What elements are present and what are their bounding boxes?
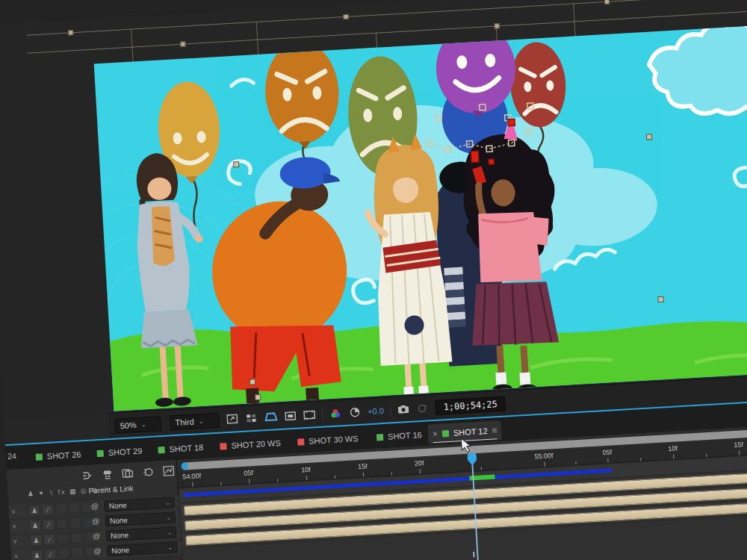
parent-dropdown[interactable]: None⌄ [105, 511, 176, 526]
collapse-chevron-icon[interactable]: ∨ [13, 553, 18, 559]
snapshot-camera-icon[interactable] [396, 402, 410, 415]
after-effects-window: 50% ⌄ Third ⌄ +0.0 [0, 0, 747, 560]
comp-color-swatch [96, 449, 104, 457]
mouse-cursor [459, 437, 474, 454]
quality-switch[interactable]: ∕ [42, 504, 55, 516]
playhead[interactable] [467, 453, 478, 466]
resolution-value: Third [175, 417, 194, 426]
comp-color-swatch [36, 453, 43, 461]
pickwhip-icon[interactable]: @ [93, 547, 102, 556]
parent-dropdown[interactable]: None⌄ [104, 497, 175, 511]
fx-switch[interactable] [55, 503, 68, 515]
panel-menu-icon[interactable]: ≡ [492, 425, 497, 435]
ruler-tick-label: 10f [301, 466, 311, 474]
ruler-tick-label: 55:00f [534, 452, 554, 460]
ruler-tick-label: 15f [358, 462, 368, 470]
transparency-grid-icon[interactable] [244, 411, 258, 424]
ruler-tick-label: 10f [668, 444, 678, 452]
color-management-icon[interactable] [329, 407, 343, 420]
composition-artwork [94, 21, 747, 411]
shy-layers-icon[interactable] [102, 469, 113, 480]
ruler-tick-label: 05f [244, 469, 253, 477]
selection-handle[interactable] [180, 41, 185, 46]
shy-switch[interactable]: ♟ [30, 535, 43, 547]
collapse-chevron-icon[interactable]: ∨ [12, 523, 16, 530]
tab-shot-26[interactable]: SHOT 26 [31, 444, 86, 467]
comp-color-swatch [297, 438, 305, 446]
pickwhip-icon[interactable]: @ [92, 517, 100, 526]
tab-label: SHOT 20 WS [231, 438, 281, 450]
selection-handle[interactable] [343, 14, 348, 19]
tab-shot-16[interactable]: SHOT 16 [371, 425, 427, 447]
photographed-monitor: 50% ⌄ Third ⌄ +0.0 [0, 0, 747, 560]
fx-switch[interactable] [58, 547, 70, 559]
magnification-value: 50% [120, 420, 137, 430]
view-layout-icon[interactable] [225, 413, 239, 426]
quality-switch[interactable]: ∕ [43, 519, 55, 531]
mask-visibility-icon[interactable] [264, 411, 278, 423]
pickwhip-icon[interactable]: @ [93, 532, 101, 541]
graph-editor-icon[interactable] [163, 465, 175, 476]
close-icon[interactable]: × [433, 429, 438, 439]
shy-switch[interactable]: ♟ [31, 550, 43, 560]
blur-switch[interactable] [68, 503, 81, 514]
toolbar-divider [322, 407, 323, 420]
parent-dropdown[interactable]: None⌄ [106, 526, 177, 541]
blur-switch[interactable] [70, 532, 83, 544]
mini-flowchart-icon[interactable] [81, 470, 93, 482]
cloud-outline-right [647, 21, 747, 118]
tab-shot-20-ws[interactable]: SHOT 20 WS [215, 433, 286, 456]
comp-color-swatch [158, 446, 165, 453]
comp-color-swatch [376, 434, 384, 441]
tab-label: SHOT 30 WS [309, 434, 359, 446]
timecode-display[interactable]: 1;00;54;25 [435, 396, 506, 414]
pickwhip-icon[interactable]: @ [90, 502, 99, 511]
comp-color-swatch [442, 430, 450, 438]
balloon-red-angry [508, 40, 568, 128]
ruler-tick-label: 05f [602, 448, 612, 456]
magnification-dropdown[interactable]: 50% ⌄ [114, 416, 161, 434]
chevron-down-icon: ⌄ [167, 544, 173, 551]
comp-color-swatch [220, 443, 227, 450]
tab-label: SHOT 29 [108, 447, 142, 458]
show-snapshot-icon[interactable] [415, 402, 430, 414]
balloon-orange-angry [263, 40, 342, 151]
ruler-tick-label: 54:00f [182, 472, 202, 480]
tab-shot-18[interactable]: SHOT 18 [153, 438, 208, 460]
navigator-start-handle[interactable] [182, 462, 189, 470]
toolbar-divider [389, 403, 391, 417]
fx-switch[interactable] [57, 533, 69, 545]
exposure-value[interactable]: +0.0 [368, 405, 384, 415]
motion-blur-icon[interactable] [143, 467, 154, 478]
composition-viewport[interactable] [94, 21, 747, 411]
ruler-tick-label: 15f [734, 441, 743, 449]
region-of-interest-icon[interactable] [283, 409, 297, 422]
chevron-down-icon: ⌄ [198, 417, 204, 424]
quality-switch[interactable]: ∕ [44, 549, 57, 560]
shy-switch[interactable]: ♟ [29, 520, 42, 532]
blur-switch[interactable] [69, 517, 82, 529]
ruler-tick-label: 20f [415, 459, 424, 467]
tab-partial-shot24[interactable]: 24 [7, 451, 16, 461]
resolution-dropdown[interactable]: Third ⌄ [170, 412, 220, 430]
shy-switch[interactable]: ♟ [28, 505, 41, 517]
tab-shot-29[interactable]: SHOT 29 [92, 441, 147, 463]
chevron-down-icon: ⌄ [140, 420, 146, 428]
selection-handle[interactable] [68, 30, 73, 35]
selection-handle[interactable] [494, 23, 499, 28]
exposure-icon[interactable] [348, 405, 362, 418]
parent-dropdown[interactable]: None⌄ [107, 541, 178, 556]
collapse-chevron-icon[interactable]: ∨ [11, 508, 16, 515]
fx-switch[interactable] [56, 518, 69, 530]
frame-blending-icon[interactable] [122, 467, 134, 479]
tab-label: SHOT 16 [388, 430, 422, 441]
blur-switch[interactable] [71, 547, 84, 559]
collapse-chevron-icon[interactable]: ∨ [13, 538, 17, 544]
selection-handle[interactable] [604, 0, 610, 4]
chevron-down-icon: ⌄ [165, 500, 170, 506]
tab-shot-30-ws[interactable]: SHOT 30 WS [293, 429, 364, 452]
parent-link-header: Parent & Link [88, 484, 134, 494]
chevron-down-icon: ⌄ [167, 529, 172, 536]
quality-switch[interactable]: ∕ [43, 534, 56, 546]
guides-frame-icon[interactable] [303, 408, 317, 421]
